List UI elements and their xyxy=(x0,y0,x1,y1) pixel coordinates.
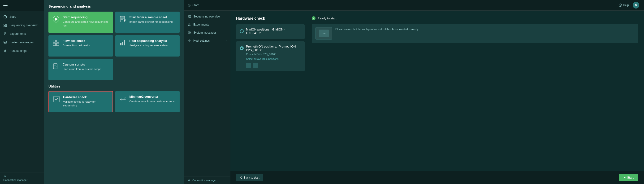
start-from-sample-sheet-card[interactable]: Start from a sample sheet Import sample … xyxy=(115,12,180,33)
right-connection-label: Connection manager xyxy=(192,179,216,182)
minion-label: MinION positions: GridION · GXB04162 xyxy=(246,28,301,35)
minimap2-converter-card[interactable]: Minimap2 converter Create a .mmi from a … xyxy=(115,91,180,112)
hardware-top-right: ? Help D xyxy=(619,2,639,9)
svg-rect-31 xyxy=(188,17,189,18)
right-sidebar-footer[interactable]: Connection manager xyxy=(184,176,230,184)
arrows-h-icon xyxy=(119,95,127,102)
start-sequencing-card[interactable]: Start sequencing Configure and start a n… xyxy=(48,12,113,33)
right-play-icon xyxy=(188,4,190,7)
flow-cell-check-title: Flow cell check xyxy=(63,39,90,43)
right-nav-host-settings-label: Host settings xyxy=(193,39,210,42)
svg-rect-21 xyxy=(56,43,59,46)
user-initials: D xyxy=(635,4,637,7)
svg-rect-23 xyxy=(122,42,123,45)
utilities-section-title: Utilities xyxy=(48,84,180,88)
hardware-check-card[interactable]: Hardware check Validate device is ready … xyxy=(48,91,113,112)
hamburger-icon[interactable] xyxy=(3,4,8,7)
sidebar-item-experiments-label: Experiments xyxy=(10,32,26,36)
minion-position-row: MinION positions: GridION · GXB04162 xyxy=(240,28,301,35)
sequencing-overview-icon xyxy=(3,24,7,27)
post-sequencing-title: Post sequencing analysis xyxy=(130,39,168,43)
sidebar-item-sequencing-overview[interactable]: Sequencing overview xyxy=(0,21,44,30)
svg-rect-2 xyxy=(4,24,5,25)
sequencing-section-title: Sequencing and analysis xyxy=(48,4,180,8)
flow-cell-check-card[interactable]: Flow cell check Assess flow cell health xyxy=(48,35,113,57)
right-nav-sequencing-overview[interactable]: Sequencing overview xyxy=(184,13,230,21)
right-nav-host-settings[interactable]: Host settings › xyxy=(184,37,230,45)
minion-position-card: MinION positions: GridION · GXB04162 xyxy=(236,24,305,39)
hardware-check-section-title: Hardware check xyxy=(236,16,305,21)
post-sequencing-text: Post sequencing analysis Analyse existin… xyxy=(130,39,168,47)
start-sequencing-title: Start sequencing xyxy=(63,15,109,19)
play-circle-icon xyxy=(3,15,7,19)
svg-text:?: ? xyxy=(620,5,621,7)
right-nav-system-messages[interactable]: System messages xyxy=(184,29,230,37)
hardware-check-title: Hardware check xyxy=(63,95,109,99)
post-sequencing-desc: Analyse existing sequence data xyxy=(130,44,168,47)
start-button[interactable]: Start xyxy=(619,174,638,181)
minion-radio[interactable] xyxy=(240,29,244,33)
check-square-icon xyxy=(53,95,60,103)
svg-rect-32 xyxy=(190,17,190,18)
svg-rect-7 xyxy=(4,41,6,43)
svg-marker-13 xyxy=(55,18,58,21)
right-grid-icon xyxy=(188,15,191,18)
left-sidebar: Start Sequencing overview xyxy=(0,0,44,184)
user-avatar[interactable]: D xyxy=(633,2,639,9)
ctc-image: CTC xyxy=(316,27,332,40)
svg-rect-5 xyxy=(6,26,6,27)
right-nav-sequencing-label: Sequencing overview xyxy=(193,15,220,18)
start-sequencing-text: Start sequencing Configure and start a n… xyxy=(63,15,109,28)
right-chevron-icon: › xyxy=(226,40,227,42)
svg-marker-28 xyxy=(189,5,190,6)
flow-cell-check-desc: Assess flow cell health xyxy=(63,44,90,47)
right-nav-experiments-label: Experiments xyxy=(193,23,209,26)
svg-rect-14 xyxy=(120,16,124,22)
svg-rect-4 xyxy=(4,26,5,27)
sidebar-item-system-messages-label: System messages xyxy=(10,41,34,44)
file-text-icon xyxy=(119,15,127,23)
select-all-positions-link[interactable]: Select all available positions xyxy=(246,58,301,60)
promethion-label: PromethION positions: PromethION · P2S_0… xyxy=(246,45,301,52)
svg-rect-24 xyxy=(124,40,125,45)
connection-manager-label: Connection manager xyxy=(3,178,28,181)
custom-scripts-desc: Start a run from a custom script xyxy=(63,67,100,71)
svg-point-36 xyxy=(188,180,190,181)
right-nav-experiments[interactable]: Experiments xyxy=(184,21,230,29)
svg-rect-26 xyxy=(54,96,59,102)
right-sidebar-nav: Sequencing overview Experiments xyxy=(184,11,230,176)
right-sidebar-header: Start xyxy=(184,0,230,11)
left-sidebar-footer[interactable]: Connection manager xyxy=(0,172,44,184)
promethion-position-card: PromethION positions: PromethION · P2S_0… xyxy=(236,41,305,71)
svg-marker-1 xyxy=(5,16,6,18)
left-main-content: Sequencing and analysis Start sequencing… xyxy=(44,0,184,184)
right-start-label: Start xyxy=(192,4,198,7)
custom-scripts-title: Custom scripts xyxy=(63,63,100,66)
utilities-grid: Hardware check Validate device is ready … xyxy=(48,91,180,112)
minimap2-desc: Create a .mmi from a .fasta reference xyxy=(130,99,175,103)
pos-square-2[interactable] xyxy=(253,63,258,68)
hardware-right-section: Ready to start CTC Please ensure that th… xyxy=(305,16,638,165)
custom-scripts-card[interactable]: Custom scripts Start a run from a custom… xyxy=(48,59,113,80)
promethion-radio[interactable] xyxy=(240,46,244,50)
svg-rect-30 xyxy=(190,15,190,16)
sidebar-item-start[interactable]: Start xyxy=(0,13,44,21)
sidebar-item-experiments[interactable]: Experiments xyxy=(0,30,44,38)
config-test-cell: CTC Please ensure that the configuration… xyxy=(312,24,638,43)
svg-rect-18 xyxy=(53,40,56,42)
minimap2-text: Minimap2 converter Create a .mmi from a … xyxy=(130,95,175,103)
svg-rect-29 xyxy=(188,15,189,16)
sidebar-item-sequencing-label: Sequencing overview xyxy=(10,24,38,27)
play-icon xyxy=(52,15,60,23)
pos-square-1[interactable] xyxy=(246,63,251,68)
help-label: Help xyxy=(623,4,629,7)
help-button[interactable]: ? Help xyxy=(619,4,629,7)
svg-point-35 xyxy=(189,40,190,41)
promethion-position-row: PromethION positions: PromethION · P2S_0… xyxy=(240,45,301,52)
sidebar-item-system-messages[interactable]: System messages xyxy=(0,38,44,47)
svg-marker-41 xyxy=(624,177,626,178)
post-sequencing-card[interactable]: Post sequencing analysis Analyse existin… xyxy=(115,35,180,57)
sidebar-item-host-settings[interactable]: Host settings › xyxy=(0,47,44,55)
back-to-start-button[interactable]: Back to start xyxy=(236,174,263,181)
file-code-icon xyxy=(52,63,60,70)
